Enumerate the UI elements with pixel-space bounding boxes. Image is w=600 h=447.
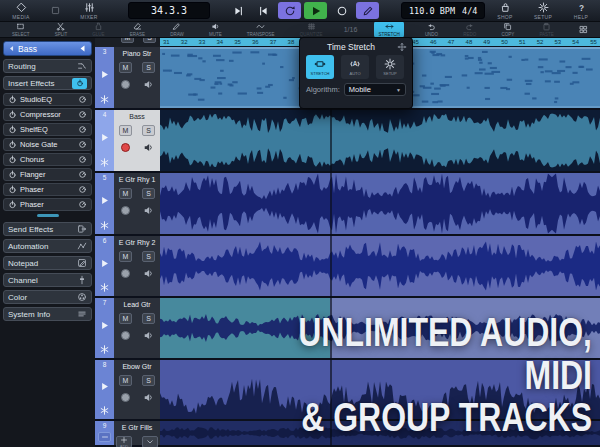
solo-button[interactable]: S	[142, 188, 155, 199]
mute-button[interactable]: M	[119, 375, 132, 386]
freeze-icon[interactable]	[99, 282, 110, 293]
tool-draw[interactable]: DRAW	[166, 21, 188, 38]
inspector-item-channel[interactable]: Channel	[3, 273, 92, 287]
toolbar-button-setup[interactable]: SETUP	[530, 2, 556, 20]
track-header[interactable]: 3Piano StrMS	[95, 47, 160, 110]
tool-erase[interactable]: ERASE	[126, 21, 149, 38]
cycle-button[interactable]	[278, 2, 301, 19]
forward-button[interactable]	[252, 2, 275, 19]
track-header[interactable]: 9E Gtr FillsADD	[95, 421, 160, 447]
solo-button[interactable]: S	[143, 38, 156, 43]
collapse-button[interactable]	[142, 436, 158, 447]
play-button[interactable]	[304, 2, 327, 19]
insert-effects-power-button[interactable]	[72, 78, 87, 89]
popup-button-auto[interactable]: AAUTO	[341, 55, 369, 79]
jam-button[interactable]	[356, 2, 379, 19]
tool-stretch[interactable]: STRETCH	[374, 21, 403, 38]
popup-button-setup[interactable]: SETUP	[376, 55, 404, 79]
solo-button[interactable]: S	[142, 251, 155, 262]
add-track-button[interactable]: ADD	[116, 436, 132, 447]
track-header[interactable]: 6E Gtr Rhy 2MS	[95, 236, 160, 298]
tool-glue[interactable]: GLUE	[88, 21, 108, 38]
solo-button[interactable]: S	[142, 125, 155, 136]
inspector-item-color[interactable]: Color	[3, 290, 92, 304]
inspector-item-routing[interactable]: Routing	[3, 59, 92, 73]
toolbar-button-shop[interactable]: SHOP	[492, 2, 518, 20]
quantize-value[interactable]: 1/16	[344, 26, 358, 33]
mute-button[interactable]: M	[119, 313, 132, 324]
freeze-icon[interactable]	[99, 94, 110, 105]
collapse-inspector-icon[interactable]	[78, 44, 87, 53]
effect-slot[interactable]: ShelfEQ	[3, 123, 92, 136]
monitor-icon[interactable]	[143, 205, 154, 216]
record-arm-button[interactable]	[121, 269, 130, 278]
effect-slot[interactable]: Phaser	[3, 183, 92, 196]
inspector-item-send-effects[interactable]: Send Effects	[3, 222, 92, 236]
monitor-icon[interactable]	[143, 330, 154, 341]
monitor-icon[interactable]	[143, 392, 154, 403]
toolbar-button-media[interactable]: MEDIA	[8, 2, 34, 20]
mute-button[interactable]: M	[119, 62, 132, 73]
tempo-display[interactable]: 110.0 BPM 4/4	[401, 2, 485, 19]
solo-button[interactable]: S	[142, 375, 155, 386]
effect-slot[interactable]: Flanger	[3, 168, 92, 181]
tool-redo[interactable]: REDO	[459, 21, 480, 38]
audio-region[interactable]	[160, 110, 600, 173]
mute-button[interactable]: M	[121, 38, 134, 43]
audio-region[interactable]	[160, 236, 600, 298]
popup-title-bar[interactable]: Time Stretch	[305, 40, 407, 53]
tool-split[interactable]: SPLIT	[51, 21, 72, 38]
audio-region[interactable]	[160, 173, 600, 236]
inspector-item-automation[interactable]: Automation	[3, 239, 92, 253]
inspector-item-system-info[interactable]: System Info	[3, 307, 92, 321]
record-button[interactable]	[330, 2, 353, 19]
algorithm-dropdown[interactable]: Mobile ▼	[344, 83, 406, 96]
monitor-icon[interactable]	[143, 268, 154, 279]
tool-paste[interactable]: PASTE	[535, 21, 557, 38]
solo-button[interactable]: S	[142, 313, 155, 324]
rewind-button[interactable]	[226, 2, 249, 19]
tool-copy[interactable]: COPY	[497, 21, 518, 38]
track-header[interactable]: 7Lead GtrMS	[95, 298, 160, 360]
mute-button[interactable]: M	[119, 188, 132, 199]
effect-slot[interactable]: Noise Gate	[3, 138, 92, 151]
toolbar-button-square[interactable]	[42, 2, 68, 20]
song-position-display[interactable]: 34.3.3	[128, 2, 210, 19]
monitor-icon[interactable]	[143, 79, 154, 90]
record-arm-button[interactable]	[121, 331, 130, 340]
track-header[interactable]: 5E Gtr Rhy 1MS	[95, 173, 160, 236]
toolbar-button-help[interactable]: ?HELP	[568, 2, 594, 20]
tool-select[interactable]: SELECT	[8, 21, 34, 38]
popup-button-stretch[interactable]: STRETCH	[306, 55, 334, 79]
record-arm-button[interactable]	[121, 206, 130, 215]
mute-button[interactable]: M	[119, 251, 132, 262]
effect-slot[interactable]: Phaser	[3, 198, 92, 211]
tool-mute[interactable]: MUTE	[205, 21, 226, 38]
freeze-icon[interactable]	[99, 405, 110, 416]
selected-track-header[interactable]: Bass	[3, 41, 92, 56]
freeze-icon[interactable]	[99, 157, 110, 168]
effect-slot[interactable]: StudioEQ	[3, 93, 92, 106]
inspector-item-insert-effects[interactable]: Insert Effects	[3, 76, 92, 90]
track-header[interactable]: 8Ebow GtrMS	[95, 360, 160, 421]
freeze-icon[interactable]	[99, 220, 110, 231]
tool-transpose[interactable]: TRANSPOSE	[243, 21, 279, 38]
move-handle-icon[interactable]	[397, 42, 407, 52]
freeze-icon[interactable]	[99, 344, 110, 355]
monitor-icon[interactable]	[143, 142, 154, 153]
record-arm-button[interactable]	[121, 143, 130, 152]
toolbar-button-mixer[interactable]: MIXER	[76, 2, 102, 20]
scroll-handle[interactable]	[37, 214, 59, 217]
track-header[interactable]: 4BassMS	[95, 110, 160, 173]
solo-button[interactable]: S	[142, 62, 155, 73]
tool-undo[interactable]: UNDO	[421, 21, 442, 38]
effect-slot[interactable]: Compressor	[3, 108, 92, 121]
record-arm-button[interactable]	[121, 393, 130, 402]
record-arm-button[interactable]	[121, 80, 130, 89]
effect-slot[interactable]: Chorus	[3, 153, 92, 166]
tool-quantize[interactable]: QUANTIZE	[296, 21, 327, 38]
mute-button[interactable]: M	[119, 125, 132, 136]
tool-tracksgrid[interactable]	[575, 24, 592, 36]
shrink-track-button[interactable]	[98, 432, 111, 442]
inspector-item-notepad[interactable]: Notepad	[3, 256, 92, 270]
